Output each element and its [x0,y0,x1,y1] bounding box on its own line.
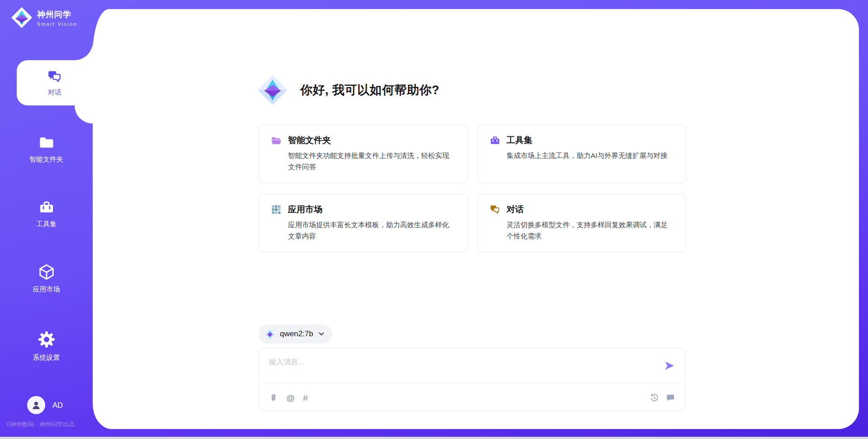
brand-logo: 神州问学 Smart Vision [11,7,77,29]
sidebar-item-smart-folder[interactable]: 智能文件夹 [0,134,93,164]
composer-divider [263,383,681,384]
message-input[interactable] [269,355,640,369]
greeting-text: 你好, 我可以如何帮助你? [300,82,439,98]
folder-icon [38,134,55,151]
card-smart-folder[interactable]: 智能文件夹 智能文件夹功能支持批量文件上传与清洗，轻松实现文件问答 [259,124,468,183]
message-composer: @ # [259,348,685,411]
card-toolset[interactable]: 工具集 集成市场上主流工具，助力AI与外界无缝扩展与对接 [477,124,687,183]
model-selector-value: qwen2:7b [280,329,313,339]
person-icon [30,399,42,411]
card-description: 灵活切换多模型文件，支持多样回复效果调试，满足个性化需求 [507,220,675,242]
apps-grid-icon [271,204,282,215]
brand-subtitle: Smart Vision [37,21,77,27]
card-chat[interactable]: 对话 灵活切换多模型文件，支持多样回复效果调试，满足个性化需求 [477,194,687,253]
history-icon[interactable] [650,393,659,403]
sidebar-item-label: 智能文件夹 [29,155,63,164]
user-profile[interactable]: AD [27,396,63,414]
card-app-market[interactable]: 应用市场 应用市场提供丰富长文本模板，助力高效生成多样化文章内容 [259,194,468,253]
gear-icon [37,330,56,349]
card-title: 对话 [507,204,524,215]
card-title: 应用市场 [288,204,322,215]
card-title: 智能文件夹 [288,134,331,146]
sidebar-item-settings[interactable]: 系统设置 [0,330,93,362]
feature-cards: 智能文件夹 智能文件夹功能支持批量文件上传与清洗，轻松实现文件问答 工具集 集成… [259,124,686,253]
chevron-down-icon [318,330,325,338]
toolbox-icon [38,199,55,215]
chat-icon [490,204,500,215]
at-icon[interactable]: @ [286,394,295,402]
sidebar-item-app-market[interactable]: 应用市场 [0,263,93,294]
sidebar-item-label: 应用市场 [33,285,60,294]
paperclip-icon[interactable] [269,393,278,402]
brand-name: 神州问学 [37,9,77,20]
model-selector[interactable]: qwen2:7b [259,324,332,344]
cube-icon [38,263,55,281]
card-description: 应用市场提供丰富长文本模板，助力高效生成多样化文章内容 [288,220,456,242]
sidebar-item-label: 对话 [48,88,61,97]
diamond-logo-icon [11,7,33,29]
send-icon[interactable] [663,360,675,372]
sidebar-item-label: 系统设置 [33,353,60,362]
window-bottom-edge [0,437,868,439]
diamond-logo-icon [264,329,275,339]
comment-icon[interactable] [666,393,675,402]
sidebar-item-label: 工具集 [36,220,57,229]
sidebar-item-chat[interactable]: 对话 [17,60,93,105]
user-initials: AD [52,401,63,410]
diamond-logo-icon [257,74,288,106]
greeting: 你好, 我可以如何帮助你? [257,74,439,106]
card-description: 集成市场上主流工具，助力AI与外界无缝扩展与对接 [507,150,675,162]
composer-toolbar: @ # [269,390,675,406]
folder-open-icon [271,135,282,146]
toolbox-icon [490,135,500,146]
sidebar-item-toolset[interactable]: 工具集 [0,199,93,229]
copyright-footer: ©神州数码 · 神州问学出品 [6,420,75,429]
app-window: 神州问学 Smart Vision 对话 智能文件夹 工具集 [0,0,868,439]
hash-icon[interactable]: # [303,394,308,402]
chat-icon [47,69,62,84]
card-title: 工具集 [507,134,533,146]
card-description: 智能文件夹功能支持批量文件上传与清洗，轻松实现文件问答 [288,150,456,173]
main-panel: 你好, 我可以如何帮助你? 智能文件夹 智能文件夹功能支持批量文件上传与清洗，轻… [93,9,859,429]
avatar [27,396,45,414]
